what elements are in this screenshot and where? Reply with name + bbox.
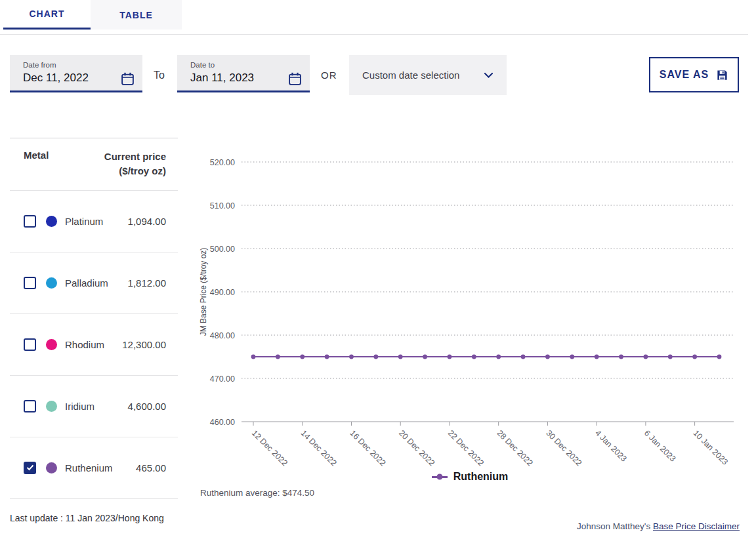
svg-text:4 Jan 2023: 4 Jan 2023: [593, 428, 629, 464]
metal-price: 1,812.00: [128, 277, 166, 289]
metal-row-rhodium: Rhodium12,300.00: [10, 314, 178, 376]
save-as-button[interactable]: SAVE AS: [649, 57, 739, 92]
date-from-field[interactable]: Date from Dec 11, 2022: [10, 55, 142, 92]
disclaimer: Johnson Matthey's Base Price Disclaimer: [577, 521, 740, 531]
chart-legend-ruthenium[interactable]: Ruthenium: [197, 469, 743, 485]
date-from-calendar-button[interactable]: [120, 72, 135, 87]
metal-column-header: Metal: [24, 150, 49, 161]
price-header-line2: ($/troy oz): [119, 165, 166, 176]
metal-color-dot-ruthenium: [46, 462, 57, 473]
metal-row-iridium: Iridium4,600.00: [10, 376, 178, 437]
metal-color-dot-rhodium: [46, 339, 57, 350]
metal-name: Palladium: [65, 277, 128, 289]
save-floppy-icon: [716, 69, 728, 81]
last-update-text: Last update : 11 Jan 2023/Hong Kong: [10, 513, 164, 523]
check-icon: [26, 464, 34, 471]
date-from-value: Dec 11, 2022: [23, 71, 135, 85]
svg-text:510.00: 510.00: [210, 201, 235, 211]
metal-row-ruthenium: Ruthenium465.00: [10, 437, 178, 499]
price-column-header: Current price ($/troy oz): [104, 150, 166, 178]
price-chart-page: CHART TABLE Date from Dec 11, 2022 To Da…: [0, 0, 756, 543]
metal-name: Iridium: [65, 401, 128, 412]
series-average-text: Ruthenium average: $474.50: [200, 488, 314, 498]
date-from-label: Date from: [23, 61, 135, 69]
chevron-down-icon: [484, 72, 494, 79]
tab-table[interactable]: TABLE: [91, 0, 182, 30]
svg-text:22 Dec 2022: 22 Dec 2022: [446, 428, 486, 468]
price-header-line1: Current price: [104, 151, 166, 162]
svg-text:20 Dec 2022: 20 Dec 2022: [397, 428, 436, 468]
metal-row-palladium: Palladium1,812.00: [10, 252, 178, 314]
metal-checkbox-platinum[interactable]: [24, 215, 36, 228]
date-to-value: Jan 11, 2023: [190, 71, 302, 85]
base-price-disclaimer-link[interactable]: Base Price Disclaimer: [653, 521, 740, 531]
svg-text:490.00: 490.00: [210, 288, 235, 297]
metal-list: Platinum1,094.00Palladium1,812.00Rhodium…: [10, 191, 178, 499]
tab-table-label: TABLE: [119, 10, 153, 20]
svg-text:470.00: 470.00: [210, 374, 235, 384]
svg-text:500.00: 500.00: [210, 245, 235, 254]
svg-text:JM Base Price ($/troy oz): JM Base Price ($/troy oz): [199, 248, 208, 336]
metal-price: 4,600.00: [128, 401, 166, 412]
disclaimer-prefix: Johnson Matthey's: [577, 521, 653, 531]
metals-header: Metal Current price ($/troy oz): [10, 138, 178, 191]
custom-date-selection-value: Custom date selection: [362, 70, 484, 81]
metal-price: 12,300.00: [122, 339, 166, 350]
metal-name: Rhodium: [65, 339, 122, 350]
calendar-icon: [121, 72, 135, 86]
save-as-label: SAVE AS: [660, 69, 709, 81]
legend-label: Ruthenium: [453, 471, 509, 483]
legend-line-marker-icon: [432, 476, 448, 478]
metal-checkbox-rhodium[interactable]: [24, 338, 36, 351]
tab-chart-label: CHART: [30, 9, 65, 19]
svg-text:14 Dec 2022: 14 Dec 2022: [299, 428, 339, 468]
svg-text:12 Dec 2022: 12 Dec 2022: [250, 428, 289, 468]
svg-text:460.00: 460.00: [210, 418, 235, 427]
svg-text:10 Jan 2023: 10 Jan 2023: [692, 428, 730, 467]
svg-text:6 Jan 2023: 6 Jan 2023: [642, 428, 678, 464]
tab-bar: CHART TABLE: [0, 0, 748, 35]
legend-dot-icon: [436, 474, 442, 480]
tab-chart[interactable]: CHART: [3, 0, 91, 30]
or-label: OR: [321, 70, 337, 81]
date-to-field[interactable]: Date to Jan 11, 2023: [177, 55, 310, 92]
metals-panel: Metal Current price ($/troy oz) Platinum…: [10, 138, 178, 499]
metal-checkbox-iridium[interactable]: [24, 400, 36, 412]
to-label: To: [154, 70, 165, 81]
date-to-calendar-button[interactable]: [287, 72, 302, 87]
svg-text:28 Dec 2022: 28 Dec 2022: [495, 428, 535, 468]
metal-name: Ruthenium: [65, 462, 136, 473]
metal-checkbox-ruthenium[interactable]: [24, 462, 36, 474]
metal-color-dot-iridium: [46, 401, 57, 412]
metal-name: Platinum: [65, 216, 128, 227]
svg-text:16 Dec 2022: 16 Dec 2022: [348, 428, 387, 468]
calendar-icon: [288, 72, 302, 86]
date-to-label: Date to: [190, 61, 302, 69]
svg-text:30 Dec 2022: 30 Dec 2022: [544, 428, 583, 468]
price-chart: 520.00510.00500.00490.00480.00470.00460.…: [197, 150, 743, 470]
svg-text:520.00: 520.00: [210, 158, 235, 167]
svg-text:480.00: 480.00: [210, 331, 235, 340]
metal-color-dot-platinum: [46, 216, 57, 227]
metal-checkbox-palladium[interactable]: [24, 277, 36, 289]
metal-price: 1,094.00: [128, 216, 166, 227]
metal-color-dot-palladium: [46, 277, 57, 289]
metal-price: 465.00: [136, 462, 166, 473]
metal-row-platinum: Platinum1,094.00: [10, 191, 178, 252]
custom-date-selection-dropdown[interactable]: Custom date selection: [349, 55, 507, 95]
